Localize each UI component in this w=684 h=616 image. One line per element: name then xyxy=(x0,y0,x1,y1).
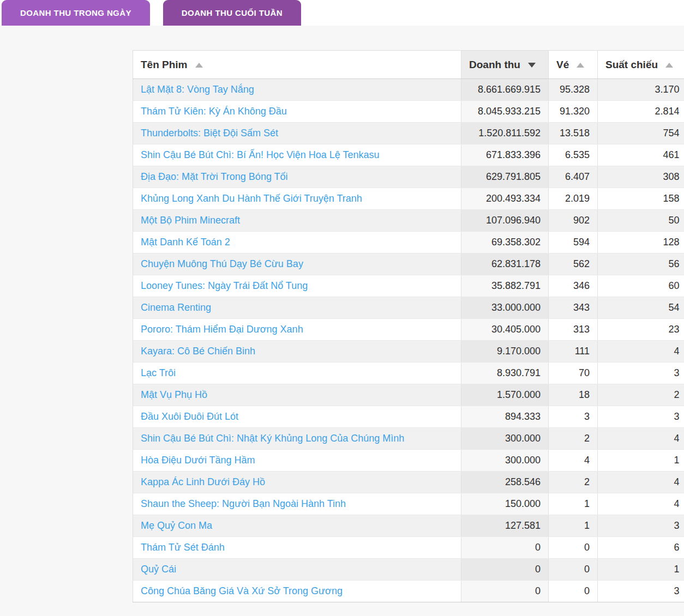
movie-name-cell: Shin Cậu Bé Bút Chì: Bí Ẩn! Học Viện Hoa… xyxy=(133,144,461,166)
movie-title-link[interactable]: Một Bộ Phim Minecraft xyxy=(141,215,240,226)
revenue-cell: 0 xyxy=(461,537,549,559)
tab-doanh-thu-trong-ngay[interactable]: DOANH THU TRONG NGÀY xyxy=(2,0,150,26)
showings-cell: 4 xyxy=(598,428,684,450)
tickets-cell: 4 xyxy=(549,450,598,472)
tickets-cell: 562 xyxy=(549,253,598,275)
movie-name-cell: Công Chúa Băng Giá Và Xứ Sở Trong Gương xyxy=(133,581,461,602)
movie-title-link[interactable]: Pororo: Thám Hiểm Đại Dương Xanh xyxy=(141,324,303,335)
tab-doanh-thu-cuoi-tuan[interactable]: DOANH THU CUỐI TUẦN xyxy=(163,0,301,26)
page-background: Tên Phim Doanh thu Vé Suất chiếu Lật Mặt… xyxy=(0,26,684,616)
revenue-cell: 200.493.334 xyxy=(461,188,549,210)
movie-title-link[interactable]: Công Chúa Băng Giá Và Xứ Sở Trong Gương xyxy=(141,585,343,596)
movie-name-cell: Lạc Trôi xyxy=(133,363,461,384)
showings-cell: 3 xyxy=(598,581,684,602)
movie-title-link[interactable]: Looney Tunes: Ngày Trái Đất Nổ Tung xyxy=(141,280,308,291)
table-row: Lạc Trôi8.930.791703 xyxy=(133,363,684,384)
movie-title-link[interactable]: Kappa Ác Linh Dưới Đáy Hồ xyxy=(141,476,265,487)
tickets-cell: 6.535 xyxy=(549,144,598,166)
movie-name-cell: Hòa Điệu Dưới Tầng Hầm xyxy=(133,450,461,472)
tickets-cell: 2 xyxy=(549,428,598,450)
table-row: Thám Tử Sét Đánh006 xyxy=(133,537,684,559)
tickets-cell: 3 xyxy=(549,406,598,428)
tickets-cell: 0 xyxy=(549,537,598,559)
movie-title-link[interactable]: Thunderbolts: Biệt Đội Sấm Sét xyxy=(141,128,278,138)
sort-asc-icon xyxy=(665,63,673,68)
tickets-cell: 0 xyxy=(549,581,598,602)
movie-name-cell: Khủng Long Xanh Du Hành Thế Giới Truyện … xyxy=(133,188,461,210)
revenue-cell: 8.045.933.215 xyxy=(461,101,549,123)
revenue-cell: 0 xyxy=(461,559,549,581)
tickets-cell: 2 xyxy=(549,472,598,493)
movie-title-link[interactable]: Lạc Trôi xyxy=(141,367,176,378)
movie-title-link[interactable]: Cinema Renting xyxy=(141,302,211,313)
movie-name-cell: Chuyện Muông Thú Dạy Bé Cừu Bay xyxy=(133,253,461,275)
table-row: Shin Cậu Bé Bút Chì: Nhật Ký Khủng Long … xyxy=(133,428,684,450)
revenue-cell: 33.000.000 xyxy=(461,297,549,319)
revenue-cell: 300.000 xyxy=(461,450,549,472)
showings-cell: 2.814 xyxy=(598,101,684,123)
tickets-cell: 346 xyxy=(549,275,598,297)
revenue-cell: 300.000 xyxy=(461,428,549,450)
movie-name-cell: Thám Tử Kiên: Kỳ Án Không Đầu xyxy=(133,101,461,123)
table-row: Kayara: Cô Bé Chiến Binh9.170.0001114 xyxy=(133,341,684,363)
movie-name-cell: Mật Vụ Phụ Hồ xyxy=(133,384,461,406)
showings-cell: 461 xyxy=(598,144,684,166)
movie-title-link[interactable]: Hòa Điệu Dưới Tầng Hầm xyxy=(141,455,255,466)
revenue-cell: 107.096.940 xyxy=(461,210,549,232)
revenue-cell: 35.882.791 xyxy=(461,275,549,297)
column-header-ve[interactable]: Vé xyxy=(549,51,598,79)
revenue-cell: 671.833.396 xyxy=(461,144,549,166)
column-header-label: Suất chiếu xyxy=(605,59,658,70)
revenue-cell: 127.581 xyxy=(461,515,549,537)
column-header-label: Tên Phim xyxy=(141,59,188,70)
revenue-cell: 62.831.178 xyxy=(461,253,549,275)
table-body: Lật Mặt 8: Vòng Tay Nắng8.661.669.91595.… xyxy=(133,79,684,602)
tickets-cell: 1 xyxy=(549,515,598,537)
movie-name-cell: Thám Tử Sét Đánh xyxy=(133,537,461,559)
movie-name-cell: Looney Tunes: Ngày Trái Đất Nổ Tung xyxy=(133,275,461,297)
showings-cell: 754 xyxy=(598,123,684,144)
revenue-cell: 30.405.000 xyxy=(461,319,549,341)
showings-cell: 308 xyxy=(598,166,684,188)
movie-title-link[interactable]: Kayara: Cô Bé Chiến Binh xyxy=(141,346,255,357)
movie-title-link[interactable]: Shaun the Sheep: Người Bạn Ngoài Hành Ti… xyxy=(141,498,346,509)
sort-asc-icon xyxy=(195,63,203,68)
movie-title-link[interactable]: Mẹ Quỷ Con Ma xyxy=(141,520,212,531)
movie-title-link[interactable]: Mật Danh Kế Toán 2 xyxy=(141,237,230,247)
movie-title-link[interactable]: Quỷ Cái xyxy=(141,564,176,575)
showings-cell: 3 xyxy=(598,406,684,428)
showings-cell: 3.170 xyxy=(598,79,684,101)
movie-name-cell: Địa Đạo: Mặt Trời Trong Bóng Tối xyxy=(133,166,461,188)
movie-title-link[interactable]: Đầu Xuôi Đuôi Đút Lót xyxy=(141,411,238,422)
revenue-cell: 1.520.811.592 xyxy=(461,123,549,144)
tickets-cell: 313 xyxy=(549,319,598,341)
table-row: Mật Vụ Phụ Hồ1.570.000182 xyxy=(133,384,684,406)
sort-asc-icon xyxy=(577,63,584,68)
tickets-cell: 343 xyxy=(549,297,598,319)
tickets-cell: 91.320 xyxy=(549,101,598,123)
movie-title-link[interactable]: Khủng Long Xanh Du Hành Thế Giới Truyện … xyxy=(141,193,362,204)
movie-name-cell: Mật Danh Kế Toán 2 xyxy=(133,232,461,253)
table-row: Mẹ Quỷ Con Ma127.58113 xyxy=(133,515,684,537)
column-header-suat-chieu[interactable]: Suất chiếu xyxy=(598,51,684,79)
movie-title-link[interactable]: Shin Cậu Bé Bút Chì: Nhật Ký Khủng Long … xyxy=(141,433,404,444)
movie-title-link[interactable]: Thám Tử Sét Đánh xyxy=(141,542,225,553)
table-row: Kappa Ác Linh Dưới Đáy Hồ258.54624 xyxy=(133,472,684,493)
revenue-cell: 69.358.302 xyxy=(461,232,549,253)
column-header-doanh-thu[interactable]: Doanh thu xyxy=(461,51,549,79)
movie-name-cell: Lật Mặt 8: Vòng Tay Nắng xyxy=(133,79,461,101)
tabs-bar: DOANH THU TRONG NGÀY DOANH THU CUỐI TUẦN xyxy=(0,0,684,26)
movie-title-link[interactable]: Thám Tử Kiên: Kỳ Án Không Đầu xyxy=(141,106,287,117)
table-row: Địa Đạo: Mặt Trời Trong Bóng Tối629.791.… xyxy=(133,166,684,188)
revenue-cell: 0 xyxy=(461,581,549,602)
movie-title-link[interactable]: Shin Cậu Bé Bút Chì: Bí Ẩn! Học Viện Hoa… xyxy=(141,149,380,160)
column-header-ten-phim[interactable]: Tên Phim xyxy=(133,51,461,79)
tickets-cell: 18 xyxy=(549,384,598,406)
movie-title-link[interactable]: Mật Vụ Phụ Hồ xyxy=(141,389,207,400)
movie-name-cell: Mẹ Quỷ Con Ma xyxy=(133,515,461,537)
showings-cell: 50 xyxy=(598,210,684,232)
movie-title-link[interactable]: Chuyện Muông Thú Dạy Bé Cừu Bay xyxy=(141,258,303,269)
movie-title-link[interactable]: Lật Mặt 8: Vòng Tay Nắng xyxy=(141,84,254,95)
movie-title-link[interactable]: Địa Đạo: Mặt Trời Trong Bóng Tối xyxy=(141,171,288,182)
column-header-label: Vé xyxy=(556,59,569,70)
